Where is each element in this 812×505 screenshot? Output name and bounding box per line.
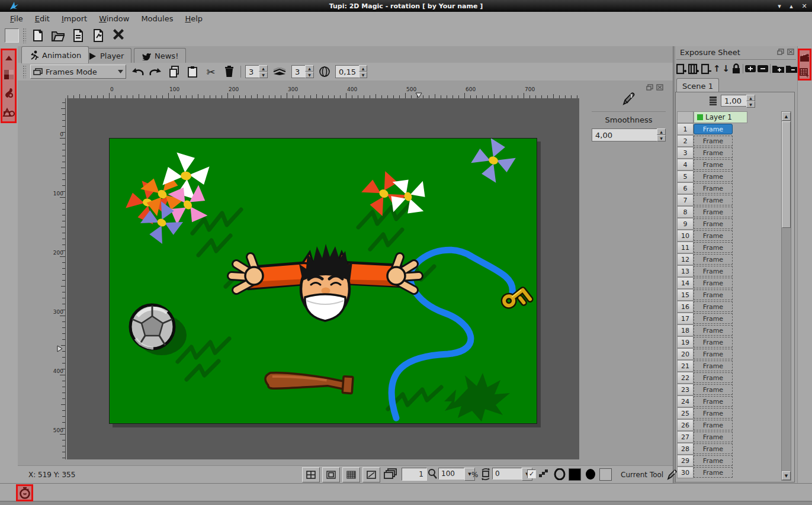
frame-cell[interactable]: Frame xyxy=(694,455,733,466)
pixel-preview-icon[interactable] xyxy=(538,469,548,478)
frame-cell[interactable]: Frame xyxy=(694,408,733,419)
frame-cell[interactable]: Frame xyxy=(694,372,733,383)
spin-down-icon[interactable]: ▼ xyxy=(746,101,755,108)
frame-cell[interactable]: Frame xyxy=(694,420,733,430)
layer-opacity-value[interactable]: 1,00 xyxy=(721,95,746,107)
frame-cell[interactable]: Frame xyxy=(694,432,733,442)
frame-cell[interactable]: Frame xyxy=(694,195,733,205)
frame-cell[interactable]: Frame xyxy=(694,136,733,146)
frame-row-number[interactable]: 2 xyxy=(677,135,694,147)
copy-frame-forward-icon[interactable] xyxy=(384,468,397,479)
frame-row-number[interactable]: 10 xyxy=(677,230,694,242)
frame-row-number[interactable]: 20 xyxy=(677,348,694,360)
rotation-combobox[interactable]: 0 ▼ xyxy=(492,468,532,481)
frame-row-number[interactable]: 25 xyxy=(677,407,694,419)
outline-color-swatch[interactable] xyxy=(554,468,566,480)
frame-cell[interactable]: Frame xyxy=(694,230,733,241)
frame-cell[interactable]: Frame xyxy=(694,159,733,170)
undo-button[interactable] xyxy=(130,67,145,76)
menu-item-file[interactable]: File xyxy=(5,13,28,24)
redo-button[interactable] xyxy=(149,67,163,76)
lock-frame-button[interactable] xyxy=(731,63,741,74)
frame-cell[interactable]: Frame xyxy=(694,384,733,395)
frame-cell[interactable]: Frame xyxy=(694,443,733,454)
layer-opacity-spinner[interactable]: 1,00 ▲▼ xyxy=(721,95,755,107)
close-project-button[interactable] xyxy=(110,27,127,44)
frame-cell[interactable]: Frame xyxy=(694,207,733,217)
frame-row-number[interactable]: 23 xyxy=(677,384,694,395)
insert-frames-button[interactable] xyxy=(688,63,699,75)
scene-tab[interactable]: Scene 1 xyxy=(676,78,719,93)
frame-row-number[interactable]: 6 xyxy=(677,182,694,194)
frame-row-number[interactable]: 11 xyxy=(677,242,694,253)
import-project-button[interactable] xyxy=(90,27,107,44)
move-frame-down-button[interactable]: ↓ xyxy=(723,63,730,74)
tab-news[interactable]: News! xyxy=(134,48,186,63)
shade-window-icon[interactable]: ▾ xyxy=(773,2,786,10)
frame-row-number[interactable]: 15 xyxy=(677,289,694,301)
spin-up-icon[interactable]: ▲ xyxy=(746,95,755,101)
next-frames-value[interactable]: 3 xyxy=(291,65,305,78)
exposure-scrollbar[interactable]: ▲ ▼ xyxy=(781,111,791,481)
previous-frames-value[interactable]: 3 xyxy=(245,65,259,78)
scenes-manager-icon[interactable] xyxy=(800,50,810,65)
new-project-button[interactable] xyxy=(30,27,46,44)
move-frame-up-button[interactable]: ↑ xyxy=(713,63,721,74)
scrollbar-thumb[interactable] xyxy=(782,121,791,228)
dock-scroll-up-icon[interactable] xyxy=(2,50,15,66)
spin-up-icon[interactable]: ▲ xyxy=(359,65,367,72)
menu-item-import[interactable]: Import xyxy=(56,13,92,24)
brush-properties-icon[interactable] xyxy=(2,83,15,102)
frame-cell[interactable]: Frame xyxy=(694,301,733,312)
save-project-button[interactable] xyxy=(70,27,86,44)
frame-row-number[interactable]: 1 xyxy=(677,123,694,135)
frame-row-number[interactable]: 3 xyxy=(677,147,694,159)
frame-cell[interactable]: Frame xyxy=(694,396,733,407)
frame-row-number[interactable]: 13 xyxy=(677,265,694,277)
frame-row-number[interactable]: 7 xyxy=(677,194,694,206)
frame-cell[interactable]: Frame xyxy=(694,325,733,336)
frame-row-number[interactable]: 22 xyxy=(677,372,694,384)
spin-up-icon[interactable]: ▲ xyxy=(259,65,268,72)
close-panel-icon[interactable] xyxy=(787,49,794,55)
spin-up-icon[interactable]: ▲ xyxy=(305,65,314,72)
frame-cell[interactable]: Frame xyxy=(694,290,733,300)
exposure-sheet-icon[interactable] xyxy=(800,65,810,80)
opacity-factor-spinner[interactable]: 0,15 ▲▼ xyxy=(335,65,367,78)
opacity-factor-value[interactable]: 0,15 xyxy=(335,65,359,78)
frame-cell[interactable]: Frame xyxy=(694,313,733,324)
layer-header-cell[interactable]: Layer 1 xyxy=(694,111,747,123)
fill-color-preview[interactable] xyxy=(585,468,596,480)
cut-button[interactable]: ✂ xyxy=(204,66,218,78)
frame-row-number[interactable]: 26 xyxy=(677,419,694,431)
stroke-color-swatch[interactable] xyxy=(569,468,581,481)
frame-cell[interactable]: Frame xyxy=(694,361,733,371)
frame-row-number[interactable]: 9 xyxy=(677,218,694,230)
spin-down-icon[interactable]: ▼ xyxy=(259,72,268,78)
frame-row-number[interactable]: 4 xyxy=(677,159,694,171)
frame-row-number[interactable]: 24 xyxy=(677,395,694,407)
frame-row-number[interactable]: 28 xyxy=(677,443,694,455)
float-panel-icon[interactable] xyxy=(777,49,784,55)
frame-row-number[interactable]: 27 xyxy=(677,431,694,443)
menu-item-help[interactable]: Help xyxy=(179,13,208,24)
insert-frame-button[interactable] xyxy=(676,63,686,75)
canvas[interactable] xyxy=(109,138,537,424)
frame-cell-selected[interactable]: Frame xyxy=(694,124,733,134)
close-window-icon[interactable]: ✕ xyxy=(798,2,811,10)
remove-frame-button[interactable] xyxy=(701,63,711,75)
frame-row-number[interactable]: 21 xyxy=(677,360,694,372)
scroll-up-icon[interactable]: ▲ xyxy=(782,112,791,121)
frame-cell[interactable]: Frame xyxy=(694,337,733,348)
paste-button[interactable] xyxy=(185,66,200,78)
next-frames-spinner[interactable]: 3 ▲▼ xyxy=(291,65,314,78)
frame-cell[interactable]: Frame xyxy=(694,349,733,359)
menu-item-window[interactable]: Window xyxy=(94,13,134,24)
menu-item-edit[interactable]: Edit xyxy=(30,13,55,24)
maximize-window-icon[interactable]: ▴ xyxy=(785,2,798,10)
zoom-value[interactable]: 100 xyxy=(438,468,464,480)
shapes-library-icon[interactable] xyxy=(2,102,15,121)
frame-cell[interactable]: Frame xyxy=(694,242,733,253)
toolbar-drag-handle[interactable] xyxy=(23,28,26,43)
frame-row-number[interactable]: 8 xyxy=(677,206,694,218)
